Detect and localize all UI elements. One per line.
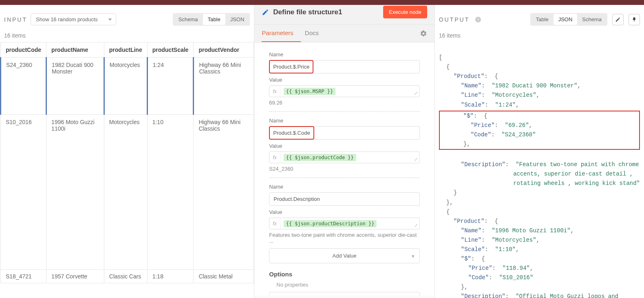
add-option-button[interactable]: Add Option — [269, 292, 419, 296]
name-input-code[interactable]: Product.$.Code — [269, 126, 314, 140]
edit-output-icon[interactable] — [612, 14, 624, 25]
input-title: INPUT — [4, 16, 27, 23]
edit-icon — [262, 9, 269, 16]
input-items-count: 16 items — [0, 29, 254, 42]
input-view-json[interactable]: JSON — [225, 14, 249, 25]
value-hint: Features two-tone paint with chrome acce… — [269, 232, 419, 244]
table-row[interactable]: S24_2360 1982 Ducati 900 Monster Motorcy… — [1, 58, 254, 115]
expand-icon[interactable]: ⤢ — [414, 157, 418, 162]
output-items-count: 16 items — [435, 29, 644, 42]
add-value-button[interactable]: Add Value ▾ — [269, 248, 419, 263]
json-val: "1982 Ducati 900 Monster" — [492, 82, 577, 89]
node-panel: Define file structure1 Execute node Para… — [254, 0, 434, 298]
col-productName[interactable]: productName — [46, 42, 104, 58]
col-productCode[interactable]: productCode — [1, 42, 46, 58]
field-value-label: Value — [269, 77, 419, 83]
table-row[interactable]: S18_4721 1957 Corvette Classic Cars 1:18… — [1, 270, 254, 283]
input-table: productCode productName productLine prod… — [0, 42, 254, 283]
name-input-price[interactable]: Product.$.Price — [269, 60, 313, 73]
value-input-code[interactable]: fx {{ $json.productCode }} ⤢ — [269, 151, 419, 163]
expand-icon[interactable]: ⤢ — [414, 91, 418, 96]
execute-node-button[interactable]: Execute node — [383, 6, 427, 18]
gear-icon[interactable] — [420, 30, 427, 37]
input-view-schema[interactable]: Schema — [174, 14, 203, 25]
fx-icon: fx — [269, 86, 280, 97]
tab-parameters[interactable]: Parameters — [262, 24, 301, 42]
node-title: Define file structure1 — [273, 8, 342, 16]
input-view-table[interactable]: Table — [203, 14, 225, 25]
input-panel: INPUT Show 16 random products Schema Tab… — [0, 0, 254, 298]
output-title: OUTPUT — [439, 16, 470, 23]
chevron-down-icon: ▾ — [412, 253, 415, 259]
fx-icon: fx — [269, 218, 280, 229]
tab-docs[interactable]: Docs — [305, 24, 326, 42]
output-view-schema[interactable]: Schema — [577, 14, 607, 25]
output-view-table[interactable]: Table — [531, 14, 554, 25]
field-name-label: Name — [269, 51, 419, 58]
name-input-description[interactable]: Product.Description — [269, 192, 419, 206]
options-title: Options — [269, 271, 419, 278]
value-input-description[interactable]: fx {{ $json.productDescription }} ⤢ — [269, 218, 419, 229]
output-view-json[interactable]: JSON — [554, 14, 578, 25]
field-value-label: Value — [269, 209, 419, 215]
info-icon[interactable]: i — [475, 17, 481, 22]
fx-icon: fx — [269, 152, 280, 163]
pin-output-icon[interactable] — [629, 14, 640, 25]
no-properties-text: No properties — [276, 282, 419, 288]
value-input-price[interactable]: fx {{ $json.MSRP }} ⤢ — [269, 85, 419, 97]
col-productScale[interactable]: productScale — [147, 42, 194, 58]
output-json[interactable]: [ { "Product": { "Name": "1982 Ducati 90… — [435, 42, 644, 298]
value-hint: S24_2360 — [269, 166, 419, 172]
col-productLine[interactable]: productLine — [104, 42, 147, 58]
expand-icon[interactable]: ⤢ — [414, 223, 418, 228]
value-hint: 69.26 — [269, 100, 419, 106]
col-productVendor[interactable]: productVendor — [194, 42, 254, 58]
table-row[interactable]: S10_2016 1996 Moto Guzzi 1100i Motorcycl… — [1, 115, 254, 270]
field-value-label: Value — [269, 143, 419, 149]
input-view-toggle: Schema Table JSON — [173, 13, 250, 26]
input-source-dropdown[interactable]: Show 16 random products — [31, 13, 116, 25]
output-panel: OUTPUT i Table JSON Schema 16 items [ { … — [435, 0, 644, 298]
field-name-label: Name — [269, 118, 419, 124]
field-name-label: Name — [269, 184, 419, 190]
output-view-toggle: Table JSON Schema — [530, 13, 607, 26]
